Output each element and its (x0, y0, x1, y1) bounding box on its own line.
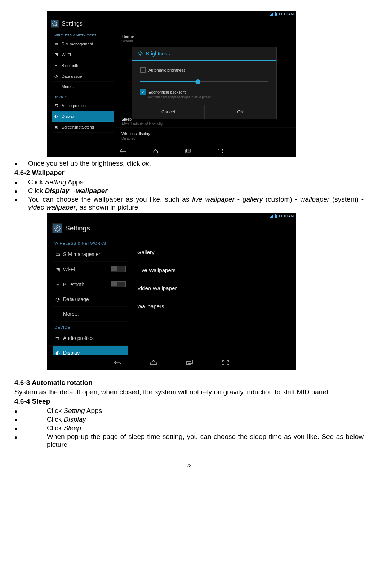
app-bar: Settings (47, 17, 296, 31)
svg-point-3 (54, 23, 55, 24)
svg-point-18 (57, 228, 58, 229)
option-video-wallpaper[interactable]: Video Wallpaper (130, 279, 296, 297)
wallpaper-options-pane: Gallery Live Wallpapers Video Wallpaper … (130, 238, 296, 355)
label: Audio profiles (62, 103, 86, 108)
heading-wallpaper: 4.6-2 Wallpaper (14, 169, 364, 177)
battery-icon (275, 12, 277, 16)
dialog-title: Brightness (146, 51, 170, 57)
data-icon: ◔ (54, 74, 59, 78)
brightness-icon (137, 51, 143, 57)
bullet-sleep-popup: When pop-up the page of sleep time setti… (47, 433, 364, 449)
label: Audio profiles (63, 335, 94, 341)
label: More... (63, 311, 79, 317)
screenshot-nav-icon[interactable] (217, 148, 224, 154)
label: Bluetooth (63, 282, 84, 287)
label: Wi-Fi (63, 266, 75, 272)
recent-icon[interactable] (186, 360, 193, 365)
bullet-click-setting-apps: Click Setting Apps (28, 178, 83, 186)
home-icon[interactable] (152, 148, 159, 154)
sidebar-item-sim[interactable]: ▭SIM management (52, 39, 114, 49)
bullet-brightness-ok: Once you set up the brightness, click ok… (28, 160, 151, 167)
option-live-wallpapers[interactable]: Live Wallpapers (130, 261, 296, 279)
checkbox-icon[interactable] (140, 89, 146, 95)
sidebar-item-data-usage[interactable]: ◔Data usage (53, 292, 128, 307)
clock-time: 11:12 AM (279, 12, 294, 16)
option-wallpapers[interactable]: Wallpapers (130, 297, 296, 315)
app-title: Settings (62, 21, 83, 27)
svg-rect-14 (187, 149, 191, 152)
sidebar-item-wifi[interactable]: ◥Wi-Fi (53, 262, 128, 277)
svg-line-7 (138, 52, 139, 52)
label: SIM management (63, 251, 103, 257)
sidebar-item-data-usage[interactable]: ◔Data usage (52, 71, 114, 82)
label: Display (63, 350, 80, 355)
eco-backlight-row[interactable]: Economical backlight (140, 87, 268, 95)
svg-line-8 (141, 55, 142, 55)
settings-sidebar: WIRELESS & NETWORKS ▭SIM management ◥Wi-… (47, 31, 116, 145)
wifi-toggle[interactable] (111, 266, 126, 272)
cell-signal-icon (270, 12, 273, 16)
svg-rect-2 (275, 12, 276, 13)
svg-rect-13 (185, 150, 189, 153)
auto-brightness-row[interactable]: Automatic brightness (140, 65, 268, 75)
back-icon[interactable] (114, 360, 121, 365)
sidebar-item-more[interactable]: More... (52, 82, 114, 92)
sidebar-item-display[interactable]: ◐Display (52, 111, 114, 122)
settings-detail-pane: Theme Default Sleep After 1 minute of in… (116, 31, 296, 145)
bluetooth-toggle[interactable] (111, 281, 126, 287)
bluetooth-icon: ⌁ (54, 63, 59, 68)
setting-theme[interactable]: Theme Default (116, 31, 296, 45)
audio-icon: ⇆ (54, 103, 59, 108)
label: More... (62, 85, 74, 89)
sidebar-item-bluetooth[interactable]: ⌁Bluetooth (53, 277, 128, 292)
audio-icon: ⇆ (55, 335, 60, 341)
arrow-icon: → (69, 187, 76, 194)
svg-marker-0 (270, 12, 273, 16)
label: Bluetooth (62, 63, 78, 68)
sidebar-item-wifi[interactable]: ◥Wi-Fi (52, 49, 114, 60)
svg-rect-20 (188, 360, 192, 364)
ok-button[interactable]: OK (205, 105, 277, 119)
screenshot-nav-icon[interactable] (222, 360, 229, 365)
eco-backlight-subtitle: Automatically adapt backlight to save po… (148, 95, 268, 99)
label: ScreenshotSetting (62, 125, 94, 129)
data-icon: ◔ (55, 296, 60, 302)
label: Data usage (62, 74, 82, 78)
checkbox-icon[interactable] (140, 67, 146, 73)
recent-icon[interactable] (184, 148, 191, 154)
setting-wireless-display[interactable]: Wireless display Disabled (116, 128, 296, 142)
bullet-list-1: Once you set up the brightness, click ok… (14, 160, 364, 167)
brightness-settings-screenshot: 11:12 AM Settings WIRELESS & NETWORKS ▭S… (47, 11, 296, 157)
sidebar-item-screenshot[interactable]: ▣ScreenshotSetting (52, 122, 114, 133)
bullet-sleep-click-sleep: Click Sleep (47, 424, 81, 432)
brightness-slider[interactable] (140, 81, 268, 82)
sidebar-item-bluetooth[interactable]: ⌁Bluetooth (52, 60, 114, 71)
back-icon[interactable] (119, 148, 126, 154)
bluetooth-icon: ⌁ (55, 282, 60, 287)
display-icon: ◐ (55, 350, 60, 355)
bullet-choose-wallpaper: You can choose the wallpaper as you like… (28, 196, 364, 211)
status-bar: 11:10 AM (47, 213, 296, 219)
sidebar-item-sim[interactable]: ▭SIM management (53, 247, 128, 262)
home-icon[interactable] (150, 360, 157, 365)
cancel-button[interactable]: Cancel (132, 105, 205, 119)
wifi-icon: ◥ (54, 52, 59, 57)
sidebar-item-audio[interactable]: ⇆Audio profiles (52, 100, 114, 111)
bullet-list-2: Click Setting Apps Click Display→wallpap… (14, 178, 364, 211)
setting-subtitle: After 1 minute of inactivity (121, 122, 290, 126)
nav-bar (47, 355, 296, 370)
setting-title: Theme (121, 34, 290, 39)
svg-point-4 (139, 53, 141, 54)
section-header-wireless: WIRELESS & NETWORKS (52, 31, 114, 39)
section-header-wireless: WIRELESS & NETWORKS (53, 238, 128, 247)
sidebar-item-display[interactable]: ◐Display (53, 346, 128, 355)
svg-line-11 (138, 55, 139, 55)
sidebar-item-more[interactable]: More... (53, 307, 128, 322)
section-header-device: DEVICE (52, 92, 114, 100)
setting-subtitle: Disabled (121, 136, 290, 140)
sidebar-item-audio[interactable]: ⇆Audio profiles (53, 331, 128, 346)
heading-sleep: 4.6-4 Sleep (14, 398, 364, 405)
option-gallery[interactable]: Gallery (130, 243, 296, 261)
heading-auto-rotation: 4.6-3 Automatic rotation (14, 379, 364, 387)
svg-rect-19 (187, 361, 191, 365)
